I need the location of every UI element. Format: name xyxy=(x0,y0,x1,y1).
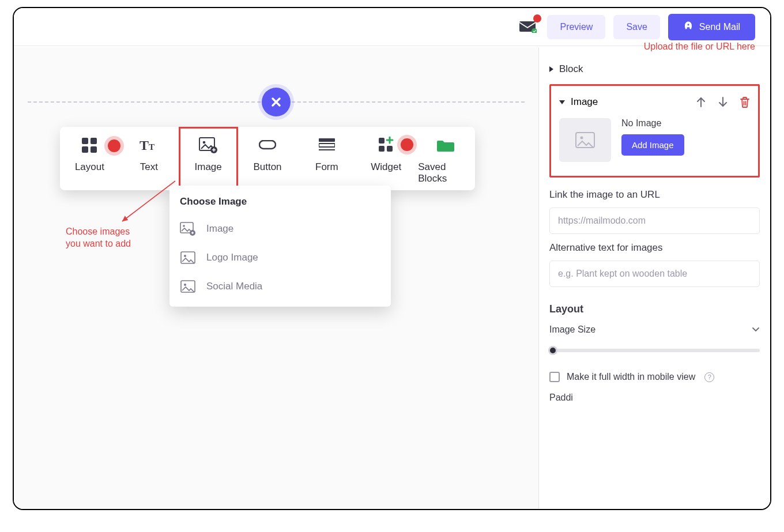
add-image-button[interactable]: Add Image xyxy=(621,134,684,156)
toolbar-label: Button xyxy=(253,161,281,173)
dropdown-item-logo-image[interactable]: Logo Image xyxy=(169,243,391,272)
svg-rect-12 xyxy=(319,144,335,147)
folder-icon xyxy=(435,135,456,156)
move-up-button[interactable] xyxy=(696,96,706,108)
alt-text-label: Alternative text for images xyxy=(549,242,760,254)
block-section-toggle[interactable]: Block xyxy=(549,59,760,80)
annotation-dot xyxy=(401,138,413,151)
image-size-toggle[interactable]: Image Size xyxy=(549,325,760,335)
save-button[interactable]: Save xyxy=(613,15,659,39)
rocket-icon xyxy=(683,21,693,33)
toolbar-label: Saved Blocks xyxy=(418,161,473,184)
dropdown-item-label: Logo Image xyxy=(206,252,258,263)
toolbar-item-button[interactable]: Button xyxy=(238,127,297,190)
delete-button[interactable] xyxy=(740,96,750,108)
close-insert-button[interactable] xyxy=(262,88,291,116)
picture-icon xyxy=(180,280,196,293)
toolbar-label: Form xyxy=(315,161,338,173)
toolbar-label: Widget xyxy=(371,161,401,173)
caret-right-icon xyxy=(549,66,553,72)
dropdown-title: Choose Image xyxy=(169,196,391,214)
svg-line-24 xyxy=(122,181,175,221)
toolbar-label: Layout xyxy=(75,161,104,173)
send-mail-button[interactable]: Send Mail xyxy=(668,14,755,40)
svg-rect-4 xyxy=(91,146,97,153)
svg-rect-13 xyxy=(319,149,335,150)
dropdown-item-image[interactable]: Image xyxy=(169,214,391,243)
text-icon: TT xyxy=(138,135,159,156)
toolbar-label: Text xyxy=(140,161,158,173)
image-icon xyxy=(198,135,218,156)
toolbar-label: Image xyxy=(195,161,222,173)
svg-point-26 xyxy=(581,137,583,139)
image-thumbnail xyxy=(559,118,611,162)
image-upload-section: Image xyxy=(549,84,760,178)
svg-text:T: T xyxy=(149,142,154,152)
svg-rect-15 xyxy=(379,146,385,152)
toolbar-item-image[interactable]: Image xyxy=(179,127,238,190)
help-icon[interactable]: ? xyxy=(704,372,714,382)
full-width-mobile-checkbox[interactable] xyxy=(549,372,560,382)
no-image-label: No Image xyxy=(621,118,684,129)
picture-icon xyxy=(180,251,196,265)
svg-text:T: T xyxy=(140,138,149,153)
svg-rect-11 xyxy=(319,138,335,142)
svg-rect-3 xyxy=(82,146,88,153)
form-icon xyxy=(316,135,337,156)
image-section-title: Image xyxy=(571,96,696,108)
svg-rect-10 xyxy=(259,141,276,149)
svg-rect-14 xyxy=(379,138,385,144)
notification-badge xyxy=(533,14,541,22)
dropdown-item-label: Image xyxy=(206,223,233,235)
annotation-arrow-icon xyxy=(118,179,187,231)
move-down-button[interactable] xyxy=(718,96,728,108)
mail-status-icon[interactable] xyxy=(519,19,537,35)
link-url-input[interactable] xyxy=(549,207,760,234)
padding-label-partial: Paddi xyxy=(549,393,760,403)
chevron-down-icon xyxy=(752,325,760,335)
editor-canvas[interactable]: Layout TT Text Image xyxy=(14,47,538,509)
dropdown-item-social-media[interactable]: Social Media xyxy=(169,272,391,301)
svg-point-8 xyxy=(203,141,206,144)
alt-text-input[interactable] xyxy=(549,261,760,287)
svg-rect-16 xyxy=(387,146,393,152)
image-dropdown: Choose Image Image Logo Image xyxy=(169,186,391,307)
widget-icon xyxy=(376,135,397,156)
preview-button[interactable]: Preview xyxy=(547,15,605,39)
annotation-text: Choose images you want to add xyxy=(66,226,146,250)
toolbar-item-form[interactable]: Form xyxy=(297,127,356,190)
caret-down-icon xyxy=(559,100,565,104)
image-size-slider[interactable] xyxy=(549,349,760,352)
layout-icon xyxy=(79,135,100,156)
dropdown-item-label: Social Media xyxy=(206,281,262,292)
link-url-label: Link the image to an URL xyxy=(549,189,760,201)
button-icon xyxy=(257,135,278,156)
svg-rect-1 xyxy=(82,138,88,144)
toolbar-item-saved-blocks[interactable]: Saved Blocks xyxy=(416,127,475,190)
full-width-mobile-label: Make it full width in mobile view xyxy=(567,372,695,382)
toolbar-item-widget[interactable]: Widget xyxy=(356,127,416,190)
svg-point-23 xyxy=(184,284,186,286)
svg-rect-2 xyxy=(91,138,97,144)
layout-section-title: Layout xyxy=(549,303,760,315)
annotation-text: Upload the file or URL here xyxy=(644,41,755,52)
properties-panel: Block Image xyxy=(538,47,770,509)
top-bar: Preview Save Send Mail xyxy=(14,8,770,46)
toolbar-item-layout[interactable]: Layout xyxy=(60,127,119,190)
svg-point-21 xyxy=(184,255,186,257)
annotation-dot xyxy=(108,139,120,152)
slider-thumb[interactable] xyxy=(548,346,557,355)
